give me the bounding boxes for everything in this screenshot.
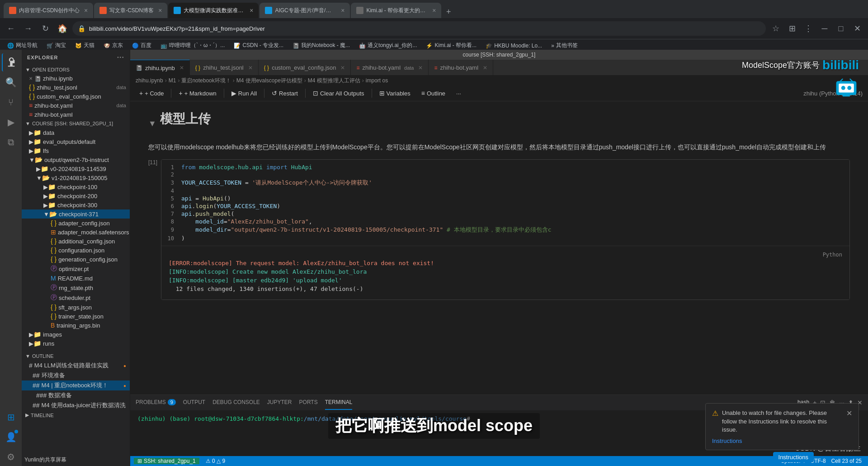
tab-close-yaml-data[interactable]: ✕ — [418, 65, 423, 71]
panel-tab-output[interactable]: OUTPUT — [183, 395, 205, 410]
settings-activity-icon[interactable]: ⚙ — [2, 448, 20, 466]
add-code-button[interactable]: + + Code — [136, 88, 167, 98]
search-activity-icon[interactable]: 🔍 — [2, 73, 20, 91]
browser-tab-5[interactable]: Kimi.ai - 帮你看更大的世界 × — [351, 3, 441, 18]
breadcrumb-evalscope[interactable]: M4 使用evalscope评估模型 — [236, 77, 302, 85]
outline-section-header[interactable]: ▼ OUTLINE — [22, 352, 130, 361]
clear-outputs-button[interactable]: ⊡ Clear All Outputs — [309, 88, 368, 98]
tab-close-ipynb[interactable]: ✕ — [179, 65, 184, 71]
file-optimizer[interactable]: Ⓟ optimizer.pt — [22, 264, 130, 274]
breadcrumb-restart[interactable]: 重启notebook环境！ — [181, 77, 231, 85]
bookmark-taobao[interactable]: 🛒淘宝 — [43, 41, 70, 50]
tab-close-eval[interactable]: ✕ — [340, 65, 345, 71]
folder-runs[interactable]: ▶ 📁 runs — [22, 339, 130, 348]
file-rng-state[interactable]: Ⓟ rng_state.pth — [22, 283, 130, 293]
panel-tab-terminal[interactable]: TERMINAL — [325, 395, 353, 410]
browser-tab-2[interactable]: 写文章-CSDN博客 × — [94, 3, 167, 18]
course-section[interactable]: ▼ COURSE [SSH: SHARED_2GPU_1] — [22, 119, 130, 128]
tab-close-yaml[interactable]: ✕ — [483, 65, 487, 71]
folder-v1[interactable]: ▼ 📂 v1-20240819-150005 — [22, 173, 130, 182]
tab-close-5[interactable]: × — [432, 7, 436, 14]
status-cell-info[interactable]: Cell 23 of 25 — [829, 458, 864, 464]
open-file-zhihu-ipynb[interactable]: ✕ 📓 zhihu.ipynb — [22, 74, 130, 83]
breadcrumb-import[interactable]: import os — [366, 77, 388, 84]
explorer-activity-icon[interactable] — [2, 53, 20, 71]
address-bar[interactable]: 🔒 bilibili.com/video/BV1vuWpezEKx/?p=21&… — [72, 21, 766, 36]
browser-tab-3[interactable]: 大模型微调实践数据准备/调... × — [168, 3, 259, 18]
outline-item-env[interactable]: ## 环境准备 — [22, 371, 130, 380]
file-readme[interactable]: M README.md — [22, 274, 130, 283]
bookmark-tianmao[interactable]: 🐱天猫 — [71, 41, 98, 50]
editor-tab-custom-eval[interactable]: { } custom_eval_config.json ✕ — [259, 60, 351, 76]
forward-button[interactable]: → — [21, 21, 35, 36]
bookmark-tongyi[interactable]: 🤖通义tongyi.ai_你的... — [355, 41, 420, 50]
bookmark-notebook[interactable]: 📓我的Notebook - 魔... — [289, 41, 354, 50]
folder-data[interactable]: ▶ 📁 data — [22, 128, 130, 137]
open-file-zhihu-test[interactable]: { } zhihu_test.jsonl data — [22, 83, 130, 92]
home-button[interactable]: 🏠 — [55, 21, 70, 36]
panel-tab-debug[interactable]: DEBUG CONSOLE — [212, 395, 260, 410]
browser-tab-1[interactable]: 内容管理-CSDN创作中心 × — [4, 3, 93, 18]
maximize-icon[interactable]: □ — [834, 21, 848, 36]
panel-tab-problems[interactable]: PROBLEMS9 — [136, 395, 176, 410]
tab-close-3[interactable]: × — [250, 7, 253, 14]
browser-menu-icon[interactable]: ⋮ — [801, 21, 816, 36]
minimize-icon[interactable]: ─ — [817, 21, 832, 36]
folder-eval-outputs[interactable]: ▶ 📁 eval_outputs/default — [22, 137, 130, 146]
folder-output[interactable]: ▼ 📂 output/qwen2-7b-instruct — [22, 155, 130, 164]
file-sft-args[interactable]: { } sft_args.json — [22, 303, 130, 312]
breadcrumb-m1[interactable]: M1 — [169, 77, 176, 84]
browser-tab-4[interactable]: AIGC专题-图片/声音/视频/Age... × — [259, 3, 350, 18]
bookmark-bilibili[interactable]: 📺哔哩哔哩（`・ω・´）... — [157, 41, 228, 50]
breadcrumb-inference[interactable]: M4 模型推理人工评估 — [308, 77, 360, 85]
bookmark-hkbu[interactable]: 🎓HKBU Moodle: Lo... — [482, 42, 546, 50]
file-training-args[interactable]: B training_args.bin — [22, 321, 130, 330]
close-icon[interactable]: ✕ — [850, 21, 864, 36]
instructions-button[interactable]: Instructions — [773, 452, 814, 462]
file-scheduler[interactable]: Ⓟ scheduler.pt — [22, 293, 130, 303]
open-file-custom-eval[interactable]: { } custom_eval_config.json — [22, 92, 130, 101]
bookmark-navhome[interactable]: 🌐网址导航 — [4, 41, 41, 50]
bookmark-csdn[interactable]: 📝CSDN - 专业发... — [230, 41, 287, 50]
outline-item-restart[interactable]: ## M4 | 重启notebook环境！ ● — [22, 380, 130, 390]
file-adapter-config[interactable]: { } adapter_config.json — [22, 219, 130, 228]
editor-tab-zhihu-bot-data[interactable]: ≡ zhihu-bot.yaml data ✕ — [351, 60, 429, 76]
folder-lfs[interactable]: ▶ 📁 lfs — [22, 146, 130, 155]
open-file-zhihu-bot-yaml[interactable]: ≡ zhihu-bot.yaml — [22, 110, 130, 119]
extensions-icon[interactable]: ⊞ — [785, 21, 799, 36]
refresh-button[interactable]: ↻ — [38, 21, 52, 36]
add-markdown-button[interactable]: + + Markdown — [175, 88, 220, 98]
file-adapter-model[interactable]: ⊞ adapter_model.safetensors — [22, 228, 130, 237]
editor-tab-zhihu-ipynb[interactable]: 📓 zhihu.ipynb ✕ — [130, 60, 190, 76]
more-toolbar-button[interactable]: ··· — [453, 89, 465, 98]
notification-close-button[interactable]: ✕ — [846, 409, 852, 418]
folder-images[interactable]: ▶ 📁 images — [22, 330, 130, 339]
file-trainer-state[interactable]: { } trainer_state.json — [22, 312, 130, 321]
extensions-activity-icon[interactable]: ⧉ — [2, 133, 20, 151]
outline-item-datajuicer[interactable]: ## M4 使用data-juicer进行数据清洗 — [22, 400, 130, 410]
bookmark-baidu[interactable]: 🔵百度 — [128, 41, 155, 50]
restart-button[interactable]: ↺ Restart — [268, 88, 302, 98]
bookmark-jd[interactable]: 🐶京东 — [100, 41, 127, 50]
outline-item-data[interactable]: ### 数据准备 — [22, 390, 130, 400]
folder-v0[interactable]: ▶ 📁 v0-20240819-114539 — [22, 164, 130, 173]
folder-ckpt200[interactable]: ▶ 📁 checkpoint-200 — [22, 191, 130, 200]
bookmark-kimi[interactable]: ⚡Kimi.ai - 帮你看... — [422, 41, 480, 50]
bookmark-icon[interactable]: ☆ — [769, 21, 783, 36]
bookmark-more[interactable]: »其他书签 — [547, 41, 581, 50]
open-file-zhihu-bot-yaml-data[interactable]: ≡ zhihu-bot.yaml data — [22, 101, 130, 110]
breadcrumb-zhihu[interactable]: zhihu.ipynb — [136, 77, 163, 84]
tab-close-4[interactable]: × — [341, 7, 344, 14]
file-generation-config[interactable]: { } generation_config.json — [22, 255, 130, 264]
back-button[interactable]: ← — [4, 21, 18, 36]
folder-ckpt100[interactable]: ▶ 📁 checkpoint-100 — [22, 182, 130, 191]
debug-activity-icon[interactable]: ▶ — [2, 113, 20, 131]
ssh-indicator[interactable]: ⊞ SSH: shared_2gpu_1 — [134, 458, 199, 464]
tab-close-1[interactable]: × — [84, 7, 88, 14]
outline-button[interactable]: ≡ Outline — [418, 88, 449, 98]
collapse-cell-icon[interactable]: ▼ — [148, 119, 156, 128]
variables-button[interactable]: ⊞ Variables — [376, 88, 414, 98]
folder-ckpt371[interactable]: ▼ 📂 checkpoint-371 — [22, 209, 130, 219]
open-editors-section[interactable]: ▼ OPEN EDITORS — [22, 65, 130, 74]
panel-tab-jupyter[interactable]: JUPYTER — [267, 395, 292, 410]
